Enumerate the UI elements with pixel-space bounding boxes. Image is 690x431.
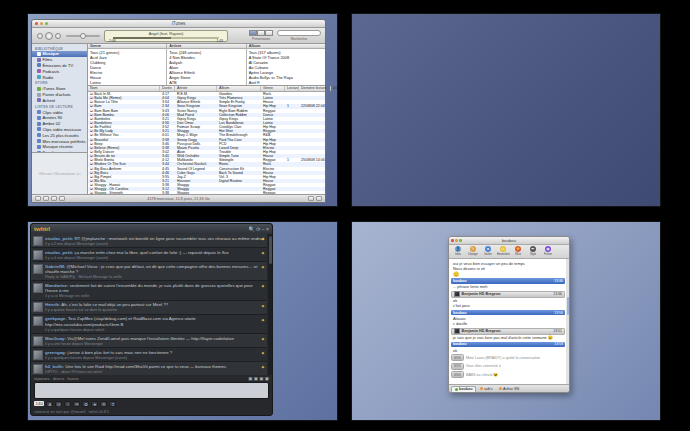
tweet-row[interactable]: Mandarine: seulement fait de suivre l'en… [31, 281, 267, 300]
tweet-row[interactable]: h2_bulle: Une fois le son Raid http://re… [31, 362, 267, 375]
compose-tool-button[interactable]: # [64, 401, 71, 407]
favorite-star-icon[interactable]: ✦ [261, 283, 265, 289]
tweet-username[interactable]: nicolas_petit: [45, 250, 75, 255]
conversation-tab[interactable]: boubou [451, 386, 476, 392]
artwork-pane[interactable]: Glisser l'illustration ici [32, 152, 87, 194]
browser-item[interactable]: Latino [88, 80, 166, 85]
tweet-avatar[interactable] [33, 336, 43, 346]
lcd-display: Angel (feat. Rayvon) 2:08 -1:43 [104, 30, 228, 42]
toolbar-inviter-button[interactable]: ●Inviter [482, 246, 494, 256]
compose-input[interactable] [34, 382, 269, 399]
favorite-star-icon[interactable]: ✦ [261, 336, 265, 342]
compose-tool-button[interactable]: ↧ [109, 401, 116, 407]
tweet-row[interactable]: nicolas_petit: ça marche enfin chez moi … [31, 248, 267, 262]
tweet-avatar[interactable] [33, 250, 43, 260]
compose-tool-button[interactable]: ⚙ [100, 401, 107, 407]
compose-tool-button[interactable]: ✉ [73, 401, 80, 407]
twhirl-window-buttons[interactable]: 🔍 ⟳ − × [249, 227, 269, 232]
twhirl-window[interactable]: twhirl 🔍 ⟳ − × nicolas_petit: RT @jmplan… [30, 223, 273, 416]
tweet-username[interactable]: geekpage: [45, 316, 68, 321]
sidebar-item-label: Mes morceaux préférés [43, 139, 86, 144]
eject-button[interactable] [316, 196, 322, 201]
tweet-row[interactable]: geekpage: Test ZapMee (clap/debug.com) e… [31, 315, 267, 334]
view-list-button[interactable] [249, 30, 257, 36]
tweet-username[interactable]: Henrik: [45, 302, 61, 307]
column-header-4[interactable]: Genre [261, 86, 285, 91]
favorite-star-icon[interactable]: ✦ [261, 303, 265, 309]
column-header-3[interactable]: Album [217, 86, 261, 91]
favorite-star-icon[interactable]: ✦ [261, 250, 265, 256]
view-selector[interactable] [249, 30, 273, 36]
tweet-username[interactable]: h2_bulle: [45, 364, 66, 369]
sidebar-item-label: Clips vidéo [43, 110, 63, 115]
search-input[interactable] [277, 30, 321, 36]
compose-tool-button[interactable]: ★ [91, 401, 98, 407]
column-header-2[interactable]: Artiste [175, 86, 217, 91]
compose-tool-button[interactable]: ♻ [82, 401, 89, 407]
tweet-row[interactable]: GabrielM: @Michael Vieux : je crois que … [31, 262, 267, 281]
browser-item[interactable]: Axel F. [247, 80, 325, 85]
toolbar-changer-button[interactable]: ✎Changer [467, 246, 479, 256]
feed-scrollbar[interactable] [268, 234, 272, 375]
tweet-avatar[interactable] [33, 316, 43, 326]
previous-button[interactable] [37, 33, 43, 39]
favorite-star-icon[interactable]: ✦ [261, 364, 265, 370]
chat-scrollbar[interactable] [566, 259, 569, 384]
space-2-desktop[interactable] [352, 14, 660, 206]
toolbar-émoticônes-button[interactable]: ☺Émoticônes [497, 246, 509, 256]
conversation-tab[interactable]: Arthur SN [496, 386, 522, 391]
tweet-avatar[interactable] [33, 264, 43, 274]
column-header-1[interactable]: Durée [160, 86, 175, 91]
tweet-username[interactable]: nicolas_petit: [45, 236, 75, 241]
toolbar-wizz-button[interactable]: ⚡Wizz [512, 246, 524, 256]
compose-tool-button[interactable]: @ [55, 401, 62, 407]
play-button[interactable] [45, 32, 53, 40]
tweet-username[interactable]: MacGuay: [45, 336, 67, 341]
toolbar-stylo-button[interactable]: ✒Stylo [527, 246, 539, 256]
favorite-star-icon[interactable]: ✦ [261, 264, 265, 270]
transport-controls[interactable] [37, 32, 100, 40]
browser-item[interactable]: ATB [167, 80, 245, 85]
favorite-star-icon[interactable]: ✦ [261, 317, 265, 323]
artwork-hint: Glisser l'illustration ici [39, 171, 81, 176]
tweet-row[interactable]: MacGuay: Vis@Mel notes Zend/Lamel puis m… [31, 334, 267, 348]
tweet-username[interactable]: GabrielM: [45, 264, 66, 269]
conversation-tab[interactable]: sab's [477, 386, 495, 391]
compose-tool-button[interactable]: A [46, 401, 53, 407]
toolbar-fichier-button[interactable]: ◉Fichier [542, 246, 554, 256]
space-3-desktop[interactable]: twhirl 🔍 ⟳ − × nicolas_petit: RT @jmplan… [28, 222, 337, 420]
tweet-username[interactable]: greengag: [45, 350, 67, 355]
favorite-star-icon[interactable]: ✦ [261, 236, 265, 242]
column-header-0[interactable]: Nom [88, 86, 160, 91]
column-header-7[interactable]: Date d'ajout [331, 86, 337, 91]
chat-titlebar[interactable]: boubou [449, 237, 569, 245]
tweet-avatar[interactable] [33, 236, 43, 246]
message-area: oui je veux bien essayer un peu de temps… [449, 259, 569, 384]
tweet-row[interactable]: nicolas_petit: RT @jmplanche : meetwork … [31, 234, 267, 248]
space-4-desktop[interactable]: boubou 👤Infos✎Changer●Inviter☺Émoticônes… [352, 222, 660, 420]
next-button[interactable] [55, 33, 61, 39]
twhirl-titlebar[interactable]: twhirl 🔍 ⟳ − × [31, 224, 272, 234]
tweet-avatar[interactable] [33, 350, 43, 360]
source-icon [37, 122, 41, 126]
browse-button[interactable] [308, 196, 314, 201]
tweet-avatar[interactable] [33, 302, 43, 312]
tweet-username[interactable]: Mandarine: [45, 283, 70, 288]
favorite-star-icon[interactable]: ✦ [261, 350, 265, 356]
space-1-desktop[interactable]: iTunes Angel (feat. Rayvon) 2:08 -1:43 [28, 14, 337, 206]
column-header-5[interactable]: Lectures [285, 86, 299, 91]
tweet-row[interactable]: Henrik: Ah, c'est la folie ce mail déjà … [31, 301, 267, 315]
view-coverflow-button[interactable] [265, 30, 273, 36]
volume-slider[interactable] [66, 35, 100, 37]
tweet-avatar[interactable] [33, 364, 43, 374]
view-grid-button[interactable] [257, 30, 265, 36]
tweet-row[interactable]: greengag: j'arrive à bien plus fort tu s… [31, 348, 267, 362]
feed-filter-icons[interactable]: ▣ ▣ ▣ ▣ [248, 376, 269, 381]
lcd-progress-bar[interactable] [113, 37, 219, 39]
toolbar-infos-button[interactable]: 👤Infos [452, 246, 464, 256]
itunes-window[interactable]: iTunes Angel (feat. Rayvon) 2:08 -1:43 [31, 19, 326, 203]
tweet-avatar[interactable] [33, 283, 43, 293]
chat-window[interactable]: boubou 👤Infos✎Changer●Inviter☺Émoticônes… [448, 236, 570, 393]
itunes-titlebar[interactable]: iTunes [32, 20, 325, 28]
column-header-6[interactable]: Dernière lecture [299, 86, 331, 91]
